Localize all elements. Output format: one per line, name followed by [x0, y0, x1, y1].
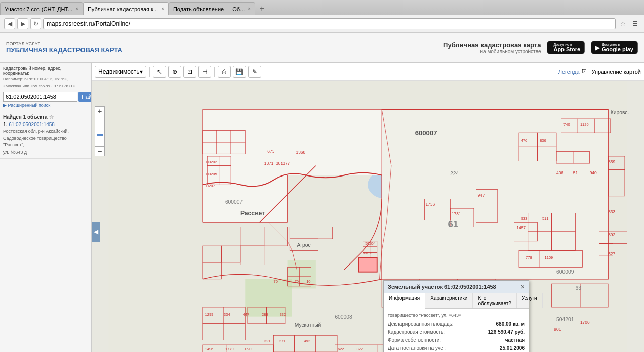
svg-text:836: 836 [540, 138, 546, 143]
svg-text:600008: 600008 [335, 314, 352, 320]
search-hint-2: «Москва» или «55.755768, 37.617671» [3, 84, 88, 89]
app-store-button[interactable]: Доступно в App Store [547, 41, 585, 54]
legend-check-icon: ☑ [582, 68, 587, 75]
refresh-button[interactable]: ↻ [30, 18, 41, 29]
save-button[interactable]: 💾 [233, 66, 246, 78]
portal-label: ПОРТАЛ УСЛУГ [6, 41, 122, 46]
svg-text:673: 673 [267, 149, 274, 154]
svg-text:947: 947 [477, 193, 485, 198]
pointer-tool-button[interactable]: ↖ [153, 66, 166, 78]
popup-row-date: Дата постановки на учет: 25.01.2006 [388, 344, 525, 352]
popup-row-area: Декларированная площадь: 680.00 кв. м [388, 320, 525, 328]
popup-tab-characteristics[interactable]: Характеристики [425, 293, 473, 308]
svg-text:Мускатный: Мускатный [295, 322, 321, 328]
popup-tab-info[interactable]: Информация [384, 293, 425, 309]
svg-text:334: 334 [224, 312, 230, 317]
tab-3-label: Подать объявление — Об... [173, 6, 245, 12]
result-desc-2: Садоводческое товарищество "Рассвет", [3, 135, 88, 148]
svg-text:447: 447 [243, 312, 250, 317]
svg-text:63: 63 [576, 285, 582, 291]
legend-button[interactable]: Легенда [558, 69, 580, 75]
svg-text:61: 61 [448, 219, 458, 229]
svg-text:70: 70 [274, 279, 278, 284]
back-button[interactable]: ◀ [4, 18, 15, 29]
popup-label-value: Кадастровая стоимость: [388, 329, 456, 335]
tab-2[interactable]: Публичная кадастровая к... × [83, 2, 169, 15]
chevron-down-icon: ▾ [140, 68, 143, 75]
google-play-button[interactable]: ▶ Доступно в Google play [591, 41, 638, 54]
svg-text:321: 321 [264, 339, 271, 343]
svg-text:1611: 1611 [244, 347, 253, 351]
tab-2-close[interactable]: × [161, 6, 164, 12]
svg-text:Кировс.: Кировс. [611, 110, 629, 115]
svg-text:332: 332 [280, 312, 286, 317]
advanced-search-link[interactable]: ▶ Расширенный поиск [3, 103, 88, 108]
svg-text:1779: 1779 [225, 347, 234, 351]
svg-text:1731: 1731 [452, 211, 461, 216]
svg-text:322: 322 [357, 347, 363, 351]
mobile-label: Публичная кадастровая карта [443, 41, 541, 49]
portal-title: ПУБЛИЧНАЯ КАДАСТРОВАЯ КАРТА [6, 46, 122, 54]
popup-tab-services[interactable]: Услуги [517, 293, 543, 308]
address-bar[interactable] [43, 18, 616, 29]
star-icon[interactable]: ☆ [618, 19, 628, 29]
popup-label-ownership: Форма собственности: [388, 337, 456, 343]
zoom-tool-button[interactable]: ⊕ [168, 66, 181, 78]
toolbar-separator-2 [214, 67, 215, 77]
svg-text:10: 10 [306, 279, 310, 284]
select-tool-button[interactable]: ⊡ [183, 66, 196, 78]
svg-text:600007: 600007 [225, 199, 243, 205]
popup-content: товарищество "Рассвет", ул. «643» Деклар… [384, 309, 529, 352]
svg-text:859: 859 [608, 159, 615, 164]
map-nav-left-button[interactable]: ◀ [92, 222, 100, 242]
svg-text:1706: 1706 [580, 320, 590, 325]
zoom-controls: + − [95, 106, 105, 156]
svg-text:1109: 1109 [545, 255, 553, 260]
popup-value-date: 25.01.2006 [456, 345, 525, 351]
new-tab-button[interactable]: + [255, 2, 268, 15]
svg-text:1736: 1736 [425, 202, 435, 207]
svg-text:892: 892 [608, 232, 615, 237]
app-store-label: App Store [553, 46, 580, 52]
svg-text:50190: 50190 [363, 251, 373, 255]
popup-value-value: 126 590.47 руб. [456, 329, 525, 335]
search-button[interactable]: Найти [78, 92, 92, 102]
popup-scroll-text: товарищество "Рассвет", ул. «643» [388, 312, 525, 320]
result-number: 1. [3, 122, 7, 127]
info-popup: Земельный участок 61:02:0502001:1458 × И… [383, 280, 529, 352]
search-input[interactable] [3, 92, 77, 102]
forward-button[interactable]: ▶ [17, 18, 28, 29]
popup-tab-service[interactable]: Кто обслуживает? [473, 293, 517, 308]
popup-label-area: Декларированная площадь: [388, 321, 456, 327]
svg-text:406: 406 [556, 170, 564, 175]
popup-row-ownership: Форма собственности: частная [388, 336, 525, 344]
svg-text:50.004: 50.004 [365, 242, 375, 245]
popup-value-area: 680.00 кв. м [456, 321, 525, 327]
print-button[interactable]: ⎙ [218, 66, 231, 78]
toolbar-separator-1 [149, 67, 150, 77]
management-button[interactable]: Управление картой [592, 69, 641, 75]
popup-close-button[interactable]: × [521, 283, 525, 291]
zoom-out-button[interactable]: − [95, 146, 105, 156]
svg-text:527: 527 [608, 251, 615, 256]
result-link[interactable]: 61:02:0502001:1458 [9, 122, 55, 127]
tab-3-close[interactable]: × [248, 6, 251, 12]
svg-text:51: 51 [573, 170, 578, 175]
svg-rect-3 [288, 260, 316, 288]
svg-text:1496: 1496 [205, 347, 214, 351]
result-item: 1. 61:02:0502001:1458 Ростовская обл, р-… [3, 122, 88, 155]
draw-button[interactable]: ✎ [248, 66, 261, 78]
settings-icon[interactable]: ☰ [630, 19, 640, 29]
svg-text:492: 492 [304, 339, 310, 343]
layer-dropdown[interactable]: Недвижимость ▾ [95, 66, 146, 78]
svg-text:901: 901 [554, 327, 561, 332]
result-desc-1: Ростовская обл, р-н Аксайский, [3, 128, 88, 135]
measure-tool-button[interactable]: ⊣ [198, 66, 211, 78]
tab-1[interactable]: Участок 7 сот. (СНТ, ДНТ... × [0, 2, 83, 15]
tab-1-label: Участок 7 сот. (СНТ, ДНТ... [5, 6, 72, 12]
svg-text:476: 476 [521, 138, 528, 143]
svg-text:Рассвет: Рассвет [240, 210, 265, 217]
zoom-in-button[interactable]: + [95, 106, 105, 116]
tab-3[interactable]: Подать объявление — Об... × [169, 2, 255, 15]
tab-1-close[interactable]: × [75, 6, 78, 12]
